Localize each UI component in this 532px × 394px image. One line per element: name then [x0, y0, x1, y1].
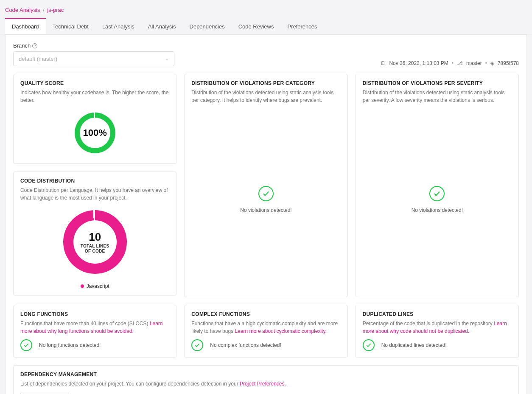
chevron-down-icon: ⌄ [165, 56, 169, 62]
card-desc: List of dependencies detected on your pr… [20, 380, 512, 388]
meta-row: 🗓 Nov 26, 2022, 1:13:03 PM • ⎇ master • … [381, 60, 519, 66]
card-complex-functions: COMPLEX FUNCTIONS Functions that have a … [184, 305, 347, 357]
breadcrumb-sep: / [43, 7, 45, 13]
tab-all-analysis[interactable]: All Analysis [141, 18, 183, 34]
card-title: DISTRIBUTION OF VIOLATIONS PER CATEGORY [191, 80, 340, 86]
legend: Javascript [20, 283, 169, 289]
desc-text: Percentage of the code that is duplicate… [363, 321, 494, 326]
card-violations-category: DISTRIBUTION OF VIOLATIONS PER CATEGORY … [184, 74, 347, 297]
card-title: QUALITY SCORE [20, 80, 169, 86]
meta-branch: master [466, 60, 482, 66]
meta-timestamp: Nov 26, 2022, 1:13:03 PM [389, 60, 448, 66]
learn-more-link[interactable]: Learn more about cyclomatic complexity. [235, 328, 327, 334]
card-desc: Indicates how healthy your codebase is. … [20, 89, 169, 104]
meta-dot: • [485, 60, 487, 66]
breadcrumb-current: js-prac [47, 7, 64, 13]
branch-icon: ⎇ [457, 60, 463, 66]
meta-dot: • [452, 60, 454, 66]
content: Branch ? default (master) ⌄ 🗓 Nov 26, 20… [5, 34, 527, 394]
desc-text: Functions that have more than 40 lines o… [20, 321, 150, 326]
result-text: No complex functions detected! [210, 342, 281, 348]
tab-dependencies[interactable]: Dependencies [183, 18, 232, 34]
tabs: Dashboard Technical Debt Last Analysis A… [0, 18, 532, 34]
tab-technical-debt[interactable]: Technical Debt [46, 18, 95, 34]
card-title: DISTRIBUTION OF VIOLATIONS PER SEVERITY [363, 80, 512, 86]
tab-last-analysis[interactable]: Last Analysis [95, 18, 141, 34]
total-lines-label2: OF CODE [85, 249, 105, 254]
branch-group: Branch ? default (master) ⌄ [13, 42, 174, 66]
check-icon [20, 339, 32, 351]
branch-label: Branch ? [13, 42, 174, 49]
commit-icon: ◈ [490, 60, 494, 66]
total-lines-label1: TOTAL LINES [81, 244, 109, 249]
branch-label-text: Branch [13, 42, 31, 49]
check-icon [363, 339, 375, 351]
result-text: No long functions detected! [39, 342, 101, 348]
card-title: DUPLICATED LINES [363, 311, 512, 317]
empty-text: No violations detected! [412, 207, 463, 213]
branch-select[interactable]: default (master) ⌄ [13, 51, 174, 66]
card-violations-severity: DISTRIBUTION OF VIOLATIONS PER SEVERITY … [356, 74, 519, 297]
check-icon [191, 339, 203, 351]
breadcrumb-root[interactable]: Code Analysis [5, 7, 40, 13]
card-desc: Functions that have more than 40 lines o… [20, 320, 169, 335]
card-title: LONG FUNCTIONS [20, 311, 169, 317]
card-long-functions: LONG FUNCTIONS Functions that have more … [13, 305, 176, 357]
card-desc: Distribution of the violations detected … [363, 89, 512, 104]
card-quality-score: QUALITY SCORE Indicates how healthy your… [13, 74, 176, 164]
project-preferences-link[interactable]: Project Preferences. [240, 381, 286, 387]
check-icon [429, 186, 445, 201]
card-code-distribution: CODE DISTRIBUTION Code Distribution per … [13, 172, 176, 296]
result-text: No duplicated lines detected! [381, 342, 447, 348]
card-desc: Code Distribution per Language. It helps… [20, 186, 169, 202]
tab-code-reviews[interactable]: Code Reviews [232, 18, 281, 34]
legend-dot-icon [81, 284, 84, 288]
legend-label: Javascript [87, 283, 109, 289]
desc-text: List of dependencies detected on your pr… [20, 381, 240, 387]
branch-selected: default (master) [19, 56, 57, 62]
meta-commit: 7895f578 [498, 60, 519, 66]
tab-dashboard[interactable]: Dashboard [5, 18, 46, 34]
card-desc: Distribution of the violations detected … [191, 89, 340, 104]
tab-preferences[interactable]: Preferences [280, 18, 324, 34]
check-icon [258, 186, 274, 201]
card-title: DEPENDENCY MANAGEMENT [20, 371, 512, 377]
breadcrumb: Code Analysis / js-prac [0, 0, 532, 18]
calendar-icon: 🗓 [381, 60, 386, 66]
code-dist-donut: 10 TOTAL LINES OF CODE [63, 210, 127, 274]
card-title: CODE DISTRIBUTION [20, 178, 169, 184]
empty-text: No violations detected! [240, 207, 291, 213]
upgrade-badge[interactable]: 1 To Upgrade [20, 392, 69, 394]
card-title: COMPLEX FUNCTIONS [191, 311, 340, 317]
card-desc: Functions that have a a high cyclomatic … [191, 320, 340, 335]
total-lines-value: 10 [89, 231, 101, 244]
quality-donut: 100% [75, 113, 115, 153]
quality-score-value: 100% [80, 118, 110, 148]
card-dependency-management: DEPENDENCY MANAGEMENT List of dependenci… [13, 365, 519, 394]
help-icon[interactable]: ? [32, 43, 37, 48]
card-duplicated-lines: DUPLICATED LINES Percentage of the code … [356, 305, 519, 357]
card-desc: Percentage of the code that is duplicate… [363, 320, 512, 335]
